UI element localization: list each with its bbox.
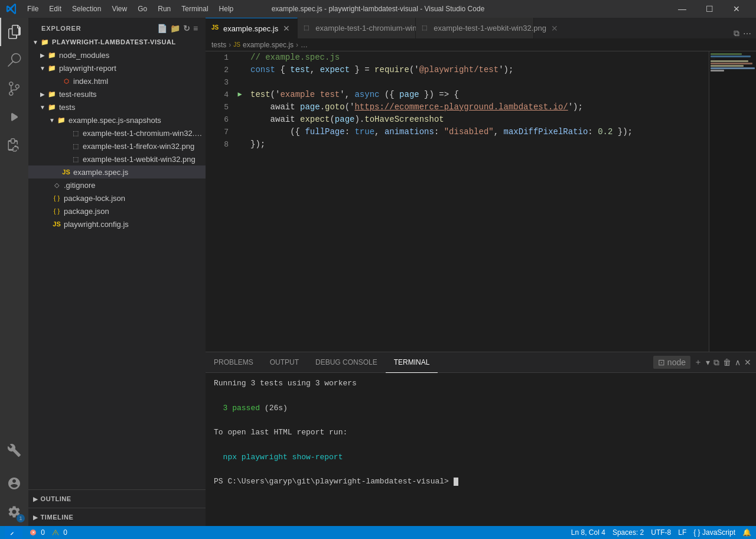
terminal-panel: PROBLEMS OUTPUT DEBUG CONSOLE TERMINAL ⊡… xyxy=(206,352,756,526)
spaces-indicator[interactable]: Spaces: 2 xyxy=(612,528,644,537)
git-file-icon: ◇ xyxy=(52,180,61,190)
breadcrumb-sep-1: › xyxy=(229,41,231,49)
package-lock-label: package-lock.json xyxy=(64,194,125,203)
tree-playwright-config[interactable]: JS playwright.config.js xyxy=(28,217,206,230)
terminal-passed: 3 passed xyxy=(214,404,260,413)
code-content[interactable]: // example.spec.js const { test, expect … xyxy=(246,51,709,352)
activity-run-debug[interactable] xyxy=(0,103,28,131)
tree-package-lock[interactable]: { } package-lock.json xyxy=(28,191,206,204)
json-file-icon: { } xyxy=(52,193,61,203)
delete-terminal-icon[interactable]: 🗑 xyxy=(723,358,731,367)
menu-help[interactable]: Help xyxy=(214,4,239,14)
new-folder-icon[interactable]: 📁 xyxy=(170,24,181,33)
tree-root-folder[interactable]: ▼ 📁 PLAYWRIGHT-LAMBDATEST-VISUAL xyxy=(28,35,206,48)
activity-testing[interactable] xyxy=(0,436,28,465)
terminal-node-button[interactable]: ⊡ node xyxy=(653,356,690,369)
tree-playwright-report[interactable]: ▼ 📁 playwright-report xyxy=(28,61,206,74)
tree-package-json[interactable]: { } package.json xyxy=(28,204,206,217)
terminal-line-9: PS C:\Users\garyp\git\playwright-lambdat… xyxy=(214,476,748,488)
spacer xyxy=(43,219,52,229)
js-file-icon: JS xyxy=(61,167,71,177)
snapshots-label: example.spec.js-snapshots xyxy=(69,116,161,125)
breadcrumb-ellipsis[interactable]: … xyxy=(301,41,308,49)
breadcrumb-tests[interactable]: tests xyxy=(211,41,226,49)
errors-count[interactable]: ✕ 0 xyxy=(30,528,45,537)
collapse-icon[interactable]: ≡ xyxy=(193,24,198,33)
outline-header[interactable]: ▶ OUTLINE xyxy=(28,492,206,505)
code-editor[interactable]: 1 2 3 4 5 6 7 8 ▶ xyxy=(206,51,756,352)
tree-example-spec[interactable]: JS example.spec.js xyxy=(28,165,206,178)
terminal-content[interactable]: Running 3 tests using 3 workers 3 passed… xyxy=(206,373,756,526)
maximize-button[interactable]: ☐ xyxy=(696,0,723,18)
gutter: ▶ xyxy=(234,51,246,352)
split-editor-icon[interactable]: ⧉ xyxy=(734,28,739,38)
activity-account[interactable] xyxy=(0,469,28,498)
activity-search[interactable] xyxy=(0,46,28,74)
breadcrumb-filename[interactable]: example.spec.js xyxy=(243,41,294,49)
panel-maximize-icon[interactable]: ∧ xyxy=(735,358,741,367)
line-ending-indicator[interactable]: LF xyxy=(678,528,686,537)
terminal-prompt: PS C:\Users\garyp\git\playwright-lambdat… xyxy=(214,477,454,486)
menu-view[interactable]: View xyxy=(107,4,132,14)
menu-edit[interactable]: Edit xyxy=(44,4,66,14)
add-terminal-icon[interactable]: ＋ xyxy=(694,357,702,368)
cursor-position[interactable]: Ln 8, Col 4 xyxy=(571,528,605,537)
menu-terminal[interactable]: Terminal xyxy=(177,4,213,14)
more-actions-icon[interactable]: ⋯ xyxy=(743,29,751,38)
tab-label-webkit: example-test-1-webkit-win32.png xyxy=(434,24,546,33)
panel-close-icon[interactable]: ✕ xyxy=(744,358,751,367)
tree-chromium-png[interactable]: ⬚ example-test-1-chromium-win32.png xyxy=(28,126,206,139)
split-terminal-icon[interactable]: ⧉ xyxy=(713,358,719,368)
tab-chromium-png[interactable]: ⬚ example-test-1-chromium-win32.png ✕ xyxy=(298,18,416,38)
activity-source-control[interactable] xyxy=(0,74,28,103)
minimap xyxy=(709,51,756,352)
tree-gitignore[interactable]: ◇ .gitignore xyxy=(28,178,206,191)
code-line-5: await page.goto('https://ecommerce-playg… xyxy=(250,101,709,113)
activity-extensions[interactable] xyxy=(0,131,28,160)
terminal-dropdown-icon[interactable]: ▾ xyxy=(706,358,710,367)
encoding-indicator[interactable]: UTF-8 xyxy=(651,528,671,537)
tab-webkit-png[interactable]: ⬚ example-test-1-webkit-win32.png ✕ xyxy=(416,18,534,38)
new-file-icon[interactable]: 📄 xyxy=(157,24,168,33)
tree-tests[interactable]: ▼ 📁 tests xyxy=(28,100,206,113)
timeline-header[interactable]: ▶ TIMELINE xyxy=(28,511,206,524)
image-file-icon: ⬚ xyxy=(71,154,80,164)
warnings-count[interactable]: 0 xyxy=(52,528,67,537)
activity-explorer[interactable] xyxy=(0,18,28,46)
titlebar-menu: File Edit Selection View Go Run Terminal… xyxy=(22,4,238,14)
spacer xyxy=(43,193,52,203)
minimize-button[interactable]: — xyxy=(669,0,696,18)
panel-tab-output[interactable]: OUTPUT xyxy=(262,352,307,373)
menu-selection[interactable]: Selection xyxy=(67,4,106,14)
outline-label: OUTLINE xyxy=(41,495,71,502)
panel-tab-terminal[interactable]: TERMINAL xyxy=(386,352,438,373)
panel-tab-debug-console[interactable]: DEBUG CONSOLE xyxy=(307,352,386,373)
tree-index-html[interactable]: ⬡ index.html xyxy=(28,74,206,87)
panel-tab-problems[interactable]: PROBLEMS xyxy=(206,352,262,373)
refresh-icon[interactable]: ↻ xyxy=(183,24,191,33)
tree-snapshots-folder[interactable]: ▼ 📁 example.spec.js-snapshots xyxy=(28,113,206,126)
tab-example-spec[interactable]: JS example.spec.js ✕ xyxy=(206,18,298,38)
menu-run[interactable]: Run xyxy=(153,4,175,14)
menu-go[interactable]: Go xyxy=(133,4,152,14)
tab-close-icon[interactable]: ✕ xyxy=(282,22,291,34)
tree-test-results[interactable]: ▶ 📁 test-results xyxy=(28,87,206,100)
statusbar-left: ✕ 0 0 xyxy=(5,526,67,539)
tab-bar: JS example.spec.js ✕ ⬚ example-test-1-ch… xyxy=(206,18,756,38)
run-test-icon[interactable]: ▶ xyxy=(234,89,246,101)
code-line-7: ({ fullPage: true, animations: "disabled… xyxy=(250,126,709,138)
tab-webkit-icon: ⬚ xyxy=(422,24,430,33)
tab-close-webkit-icon[interactable]: ✕ xyxy=(550,22,559,34)
tree-firefox-png[interactable]: ⬚ example-test-1-firefox-win32.png xyxy=(28,139,206,152)
language-indicator[interactable]: { } JavaScript xyxy=(693,528,735,537)
outline-section: ▶ OUTLINE xyxy=(28,489,206,508)
menu-file[interactable]: File xyxy=(22,4,43,14)
remote-icon[interactable] xyxy=(5,526,22,539)
tree-webkit-png[interactable]: ⬚ example-test-1-webkit-win32.png xyxy=(28,152,206,165)
vscode-icon xyxy=(6,3,18,15)
close-button[interactable]: ✕ xyxy=(723,0,750,18)
notifications-icon[interactable]: 🔔 xyxy=(742,528,751,537)
code-line-6: await expect(page).toHaveScreenshot xyxy=(250,113,709,126)
tree-node-modules[interactable]: ▶ 📁 node_modules xyxy=(28,48,206,61)
activity-settings[interactable]: 1 xyxy=(0,498,28,526)
